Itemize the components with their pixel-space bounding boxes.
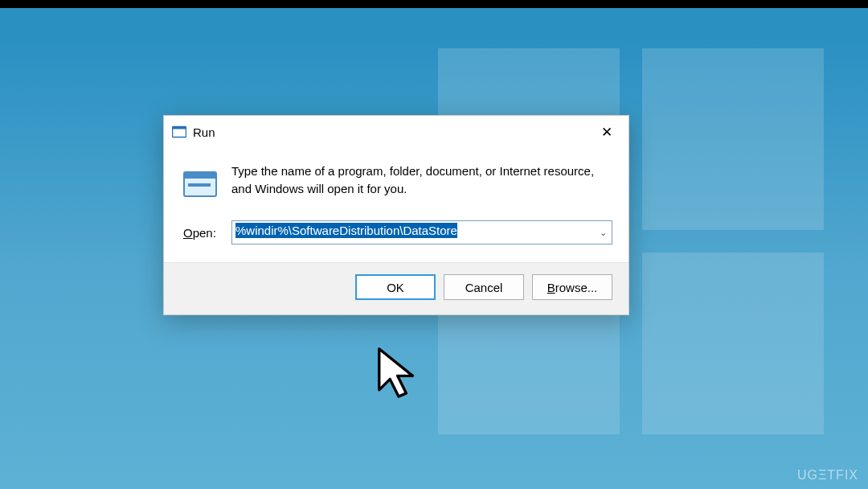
run-dialog: Run ✕ Type the name of a program, folder…	[163, 115, 629, 315]
chevron-down-icon[interactable]: ⌄	[594, 221, 612, 244]
open-input[interactable]: %windir%\SoftwareDistribution\DataStore …	[231, 220, 612, 244]
dialog-description: Type the name of a program, folder, docu…	[231, 162, 612, 198]
watermark-text: UGΞTFIX	[797, 468, 858, 483]
run-large-icon	[183, 167, 217, 201]
svg-rect-1	[173, 127, 186, 129]
button-bar: OK Cancel Browse...	[164, 262, 628, 314]
close-button[interactable]: ✕	[587, 116, 627, 148]
svg-rect-3	[184, 172, 216, 179]
titlebar[interactable]: Run ✕	[164, 116, 628, 148]
browse-button[interactable]: Browse...	[532, 274, 612, 300]
open-input-value[interactable]: %windir%\SoftwareDistribution\DataStore	[232, 221, 594, 244]
ok-button[interactable]: OK	[355, 274, 436, 300]
cursor-icon	[376, 347, 421, 403]
svg-rect-4	[188, 183, 211, 187]
open-label: Open:	[183, 226, 222, 240]
dialog-title: Run	[193, 125, 587, 139]
cancel-button[interactable]: Cancel	[444, 274, 524, 300]
run-icon	[172, 125, 186, 139]
